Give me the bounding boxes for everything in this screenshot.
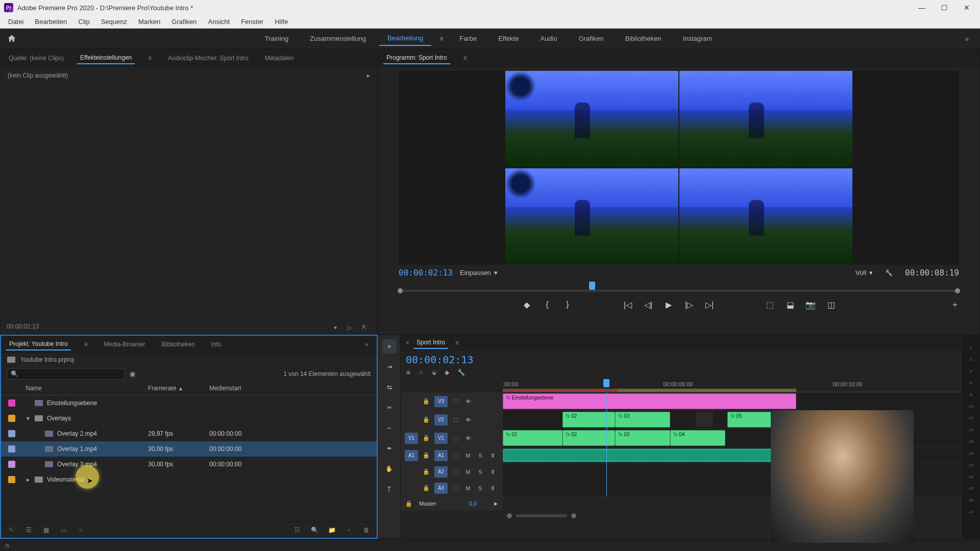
program-timecode-current[interactable]: 00:00:02:13 [399, 268, 453, 278]
master-value[interactable]: 0,0 [469, 500, 477, 507]
sync-lock-icon[interactable]: ⬚ [452, 434, 460, 442]
project-item[interactable]: Overlay 1.mp430,00 fps00:00:00:00 [1, 441, 377, 457]
linked-selection-icon[interactable]: ∩ [419, 369, 424, 376]
expand-arrow-icon[interactable]: ▸ [26, 476, 31, 483]
track-target-a2[interactable]: A2 [434, 466, 448, 478]
pen-tool-icon[interactable]: ✒ [382, 441, 397, 456]
col-mediastart[interactable]: Medienstart [209, 385, 271, 392]
menu-graphics[interactable]: Grafiken [166, 16, 202, 27]
mute-icon[interactable]: M [464, 484, 472, 492]
close-sequence-icon[interactable]: × [406, 339, 409, 346]
tab-audioclip-mixer[interactable]: Audioclip-Mischer: Sport Intro [165, 53, 251, 64]
expand-arrow-icon[interactable]: ▾ [26, 415, 31, 422]
project-panel-menu-icon[interactable]: ≡ [81, 341, 91, 348]
program-scrub-bar[interactable] [399, 281, 959, 294]
voiceover-icon[interactable]: 🎙 [488, 452, 497, 460]
zoom-fit-dropdown[interactable]: Einpassen ▾ [460, 269, 498, 277]
tab-media-browser[interactable]: Media-Browser [101, 339, 149, 350]
tab-effect-settings[interactable]: Effekteinstellungen [77, 52, 135, 64]
list-view-icon[interactable]: ☰ [24, 527, 33, 534]
voiceover-icon[interactable]: 🎙 [488, 468, 497, 476]
sync-lock-icon[interactable]: ⬚ [452, 452, 460, 460]
find-icon[interactable]: 🔍 [310, 527, 318, 534]
track-target-a1[interactable]: A1 [434, 450, 448, 461]
step-back-icon[interactable]: ◁| [643, 299, 654, 310]
icon-view-icon[interactable]: ▦ [42, 527, 50, 534]
track-select-tool-icon[interactable]: ⇥ [382, 360, 397, 374]
solo-icon[interactable]: S [476, 484, 484, 492]
quality-dropdown[interactable]: Voll ▾ [855, 269, 873, 277]
tab-info[interactable]: Info [208, 339, 225, 350]
ripple-edit-tool-icon[interactable]: ⇆ [382, 380, 397, 394]
new-item-icon[interactable]: ✎ [7, 527, 15, 534]
timeline-panel-menu-icon[interactable]: ≡ [452, 339, 462, 346]
export-frame-icon[interactable]: ⇱ [362, 324, 367, 331]
new-item-dropdown-icon[interactable]: ▫ [345, 527, 353, 534]
lock-icon[interactable]: 🔒 [422, 434, 430, 442]
eye-icon[interactable]: 👁 [464, 397, 472, 406]
workspace-tab-bibliotheken[interactable]: Bibliotheken [617, 32, 670, 45]
button-editor-icon[interactable]: ＋ [951, 299, 959, 310]
project-search-input[interactable]: 🔍 [7, 368, 125, 380]
track-target-v2[interactable]: V2 [434, 414, 448, 425]
slip-tool-icon[interactable]: ↔ [382, 421, 397, 435]
timeline-clip[interactable]: fx 01 [503, 430, 562, 446]
overflow-icon[interactable]: » [362, 341, 372, 348]
solo-icon[interactable]: S [476, 468, 484, 476]
export-frame-icon[interactable]: 📷 [805, 299, 816, 310]
close-button[interactable]: ✕ [962, 3, 972, 13]
extract-icon[interactable]: ⬓ [785, 299, 796, 310]
sync-lock-icon[interactable]: ⬚ [452, 468, 460, 476]
eye-icon[interactable]: 👁 [464, 416, 472, 424]
track-target-a3[interactable]: A3 [434, 483, 448, 494]
mark-in-icon[interactable]: { [542, 299, 553, 310]
timeline-clip[interactable] [695, 412, 714, 428]
razor-tool-icon[interactable]: ✂ [382, 400, 397, 415]
timeline-clip[interactable]: fx 03 [615, 430, 670, 446]
track-target-v1[interactable]: V1 [434, 433, 448, 444]
menu-markers[interactable]: Marken [133, 16, 165, 27]
workspace-tab-farbe[interactable]: Farbe [451, 32, 485, 45]
wrench-tl-icon[interactable]: 🔧 [457, 369, 465, 376]
panel-menu-icon[interactable]: ≡ [145, 55, 155, 62]
snap-icon[interactable]: ※ [406, 369, 411, 376]
workspace-tab-audio[interactable]: Audio [532, 32, 565, 45]
tab-project[interactable]: Projekt: Youtube Intro [6, 338, 71, 350]
play-icon[interactable]: ▶ [663, 299, 674, 310]
menu-help[interactable]: Hilfe [270, 16, 293, 27]
tab-metadata[interactable]: Metadaten [262, 53, 297, 64]
timeline-zoom-scrollbar[interactable] [516, 514, 567, 517]
timeline-clip[interactable]: fx 02 [562, 412, 615, 428]
zoom-slider-icon[interactable]: ○ [77, 527, 85, 534]
menu-view[interactable]: Ansicht [203, 16, 235, 27]
expand-icon[interactable]: ▸ [367, 72, 370, 79]
play-only-icon[interactable]: ▷ [347, 324, 352, 331]
lock-icon[interactable]: 🔒 [422, 484, 430, 492]
col-framerate[interactable]: Framerate ▴ [148, 385, 209, 392]
expand-master-icon[interactable]: ► [493, 500, 499, 507]
timeline-ruler[interactable]: :00:0000:00:05:0000:00:10:00 [503, 379, 961, 392]
eye-icon[interactable]: 👁 [464, 434, 472, 442]
menu-edit[interactable]: Bearbeiten [30, 16, 72, 27]
sync-lock-icon[interactable]: ⬚ [452, 397, 460, 406]
filter-icon[interactable]: ▾ [334, 324, 337, 331]
timeline-clip[interactable]: fx 03 [615, 412, 670, 428]
workspace-tab-bearbeitung[interactable]: Bearbeitung [379, 31, 431, 46]
lock-icon[interactable]: 🔒 [422, 452, 430, 460]
program-playhead[interactable] [589, 282, 595, 290]
lock-icon[interactable]: 🔒 [422, 468, 430, 476]
menu-file[interactable]: Datei [3, 16, 29, 27]
timeline-playhead[interactable] [606, 392, 607, 496]
workspace-tab-zusammenstellung[interactable]: Zusammenstellung [302, 32, 374, 45]
col-name[interactable]: Name [26, 385, 148, 392]
solo-icon[interactable]: S [476, 452, 484, 460]
automate-icon[interactable]: ☷ [293, 527, 301, 534]
program-tab[interactable]: Programm: Sport Intro [383, 52, 450, 64]
timeline-timecode[interactable]: 00:00:02:13 [406, 354, 473, 366]
add-marker-tl-icon[interactable]: ⬙ [432, 369, 436, 376]
go-to-in-icon[interactable]: |◁ [622, 299, 633, 310]
timeline-clip[interactable]: fx Einstellungsebene [503, 393, 796, 409]
maximize-button[interactable]: ☐ [939, 3, 949, 13]
project-item[interactable]: ▾Overlays [1, 411, 377, 426]
workspace-tab-training[interactable]: Training [257, 32, 297, 45]
